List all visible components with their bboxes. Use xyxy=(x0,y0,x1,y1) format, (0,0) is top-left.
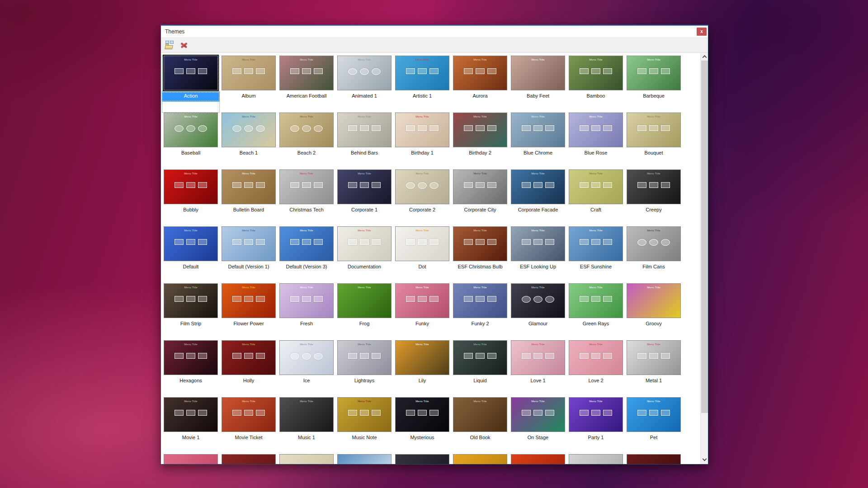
theme-item-partial[interactable] xyxy=(567,454,625,464)
theme-item-animated-1[interactable]: Menu TitleAnimated 1 xyxy=(335,56,393,113)
theme-item-groovy[interactable]: Menu TitleGroovy xyxy=(625,283,683,340)
scroll-down-button[interactable] xyxy=(701,456,708,464)
theme-item-default[interactable]: Menu TitleDefault xyxy=(162,226,220,283)
apply-theme-button[interactable] xyxy=(165,40,175,51)
theme-item-bouquet[interactable]: Menu TitleBouquet xyxy=(625,113,683,169)
theme-item-partial[interactable] xyxy=(220,454,278,464)
thumb-frame xyxy=(649,410,658,416)
theme-item-lightrays[interactable]: Menu TitleLightrays xyxy=(335,340,393,397)
theme-item-dot[interactable]: Menu TitleDot xyxy=(393,226,451,283)
theme-item-old-book[interactable]: Menu TitleOld Book xyxy=(451,397,509,454)
theme-label: Flower Power xyxy=(220,319,278,329)
thumb-frames xyxy=(511,125,565,131)
theme-item-love-1[interactable]: Menu TitleLove 1 xyxy=(509,340,567,397)
theme-label: Birthday 2 xyxy=(451,149,509,159)
theme-item-love-2[interactable]: Menu TitleLove 2 xyxy=(567,340,625,397)
theme-item-album[interactable]: Menu TitleAlbum xyxy=(220,56,278,113)
theme-item-creepy[interactable]: Menu TitleCreepy xyxy=(625,169,683,226)
thumb-frame xyxy=(649,182,658,188)
scrollbar-thumb[interactable] xyxy=(701,61,708,413)
theme-item-blue-chrome[interactable]: Menu TitleBlue Chrome xyxy=(509,113,567,169)
theme-item-bubbly[interactable]: Menu TitleBubbly xyxy=(162,169,220,226)
theme-item-partial[interactable] xyxy=(625,454,683,464)
theme-item-frog[interactable]: Menu TitleFrog xyxy=(335,283,393,340)
theme-item-corporate-city[interactable]: Menu TitleCorporate City xyxy=(451,169,509,226)
theme-item-birthday-1[interactable]: Menu TitleBirthday 1 xyxy=(393,113,451,169)
theme-item-lily[interactable]: Menu TitleLily xyxy=(393,340,451,397)
theme-item-ice[interactable]: Menu TitleIce xyxy=(278,340,335,397)
theme-item-partial[interactable] xyxy=(335,454,393,464)
titlebar[interactable]: Themes x xyxy=(161,26,708,38)
theme-item-birthday-2[interactable]: Menu TitleBirthday 2 xyxy=(451,113,509,169)
thumb-frame xyxy=(476,239,485,245)
theme-item-partial[interactable] xyxy=(162,454,220,464)
theme-item-documentation[interactable]: Menu TitleDocumentation xyxy=(335,226,393,283)
theme-item-default-version-1[interactable]: Menu TitleDefault (Version 1) xyxy=(220,226,278,283)
theme-label: Artistic 1 xyxy=(393,92,451,102)
theme-item-corporate-facade[interactable]: Menu TitleCorporate Facade xyxy=(509,169,567,226)
theme-item-film-strip[interactable]: Menu TitleFilm Strip xyxy=(162,283,220,340)
theme-item-pet[interactable]: Menu TitlePet xyxy=(625,397,683,454)
theme-item-mysterious[interactable]: Menu TitleMysterious xyxy=(393,397,451,454)
thumb-menu-title: Menu Title xyxy=(396,115,449,118)
theme-item-american-football[interactable]: Menu TitleAmerican Football xyxy=(278,56,335,113)
theme-label: Bubbly xyxy=(162,206,220,216)
theme-item-hexagons[interactable]: Menu TitleHexagons xyxy=(162,340,220,397)
theme-item-christmas-tech[interactable]: Menu TitleChristmas Tech xyxy=(278,169,335,226)
theme-item-metal-1[interactable]: Menu TitleMetal 1 xyxy=(625,340,683,397)
theme-item-bulletin-board[interactable]: Menu TitleBulletin Board xyxy=(220,169,278,226)
theme-item-flower-power[interactable]: Menu TitleFlower Power xyxy=(220,283,278,340)
theme-item-liquid[interactable]: Menu TitleLiquid xyxy=(451,340,509,397)
theme-item-aurora[interactable]: Menu TitleAurora xyxy=(451,56,509,113)
theme-item-party-1[interactable]: Menu TitleParty 1 xyxy=(567,397,625,454)
thumb-menu-title: Menu Title xyxy=(338,343,391,346)
theme-item-partial[interactable] xyxy=(278,454,335,464)
theme-item-music-1[interactable]: Menu TitleMusic 1 xyxy=(278,397,335,454)
vertical-scrollbar[interactable] xyxy=(700,53,708,464)
theme-item-partial[interactable] xyxy=(509,454,567,464)
theme-item-fresh[interactable]: Menu TitleFresh xyxy=(278,283,335,340)
theme-item-beach-1[interactable]: Menu TitleBeach 1 xyxy=(220,113,278,169)
theme-item-barbeque[interactable]: Menu TitleBarbeque xyxy=(625,56,683,113)
scroll-up-button[interactable] xyxy=(701,53,708,61)
theme-label: Animated 1 xyxy=(335,92,393,102)
theme-item-beach-2[interactable]: Menu TitleBeach 2 xyxy=(278,113,335,169)
theme-item-esf-christmas-bulb[interactable]: Menu TitleESF Christmas Bulb xyxy=(451,226,509,283)
theme-label: Movie Ticket xyxy=(220,433,278,443)
theme-item-funky[interactable]: Menu TitleFunky xyxy=(393,283,451,340)
theme-item-green-rays[interactable]: Menu TitleGreen Rays xyxy=(567,283,625,340)
theme-item-action[interactable]: Menu TitleAction xyxy=(162,56,220,113)
theme-item-movie-ticket[interactable]: Menu TitleMovie Ticket xyxy=(220,397,278,454)
thumb-frame xyxy=(198,410,207,416)
theme-item-baseball[interactable]: Menu TitleBaseball xyxy=(162,113,220,169)
theme-item-funky-2[interactable]: Menu TitleFunky 2 xyxy=(451,283,509,340)
theme-item-blue-rose[interactable]: Menu TitleBlue Rose xyxy=(567,113,625,169)
delete-theme-button[interactable] xyxy=(179,40,190,51)
theme-item-esf-looking-up[interactable]: Menu TitleESF Looking Up xyxy=(509,226,567,283)
thumb-menu-title: Menu Title xyxy=(569,115,623,118)
theme-item-corporate-2[interactable]: Menu TitleCorporate 2 xyxy=(393,169,451,226)
theme-item-music-note[interactable]: Menu TitleMusic Note xyxy=(335,397,393,454)
theme-label: Bamboo xyxy=(567,92,625,102)
theme-item-artistic-1[interactable]: Menu TitleArtistic 1 xyxy=(393,56,451,113)
close-button[interactable]: x xyxy=(697,28,707,36)
thumb-frame xyxy=(256,182,265,188)
theme-item-glamour[interactable]: Menu TitleGlamour xyxy=(509,283,567,340)
theme-item-partial[interactable] xyxy=(393,454,451,464)
theme-item-film-cans[interactable]: Menu TitleFilm Cans xyxy=(625,226,683,283)
theme-item-behind-bars[interactable]: Menu TitleBehind Bars xyxy=(335,113,393,169)
thumb-frames xyxy=(627,182,680,188)
theme-item-default-version-3[interactable]: Menu TitleDefault (Version 3) xyxy=(278,226,335,283)
thumb-frame xyxy=(476,296,485,302)
theme-item-esf-sunshine[interactable]: Menu TitleESF Sunshine xyxy=(567,226,625,283)
theme-item-bamboo[interactable]: Menu TitleBamboo xyxy=(567,56,625,113)
theme-item-baby-feet[interactable]: Menu TitleBaby Feet xyxy=(509,56,567,113)
theme-item-craft[interactable]: Menu TitleCraft xyxy=(567,169,625,226)
theme-item-holly[interactable]: Menu TitleHolly xyxy=(220,340,278,397)
theme-item-partial[interactable] xyxy=(451,454,509,464)
theme-item-movie-1[interactable]: Menu TitleMovie 1 xyxy=(162,397,220,454)
thumb-frame xyxy=(244,68,253,74)
theme-item-corporate-1[interactable]: Menu TitleCorporate 1 xyxy=(335,169,393,226)
theme-item-on-stage[interactable]: Menu TitleOn Stage xyxy=(509,397,567,454)
thumb-frame xyxy=(244,296,253,302)
